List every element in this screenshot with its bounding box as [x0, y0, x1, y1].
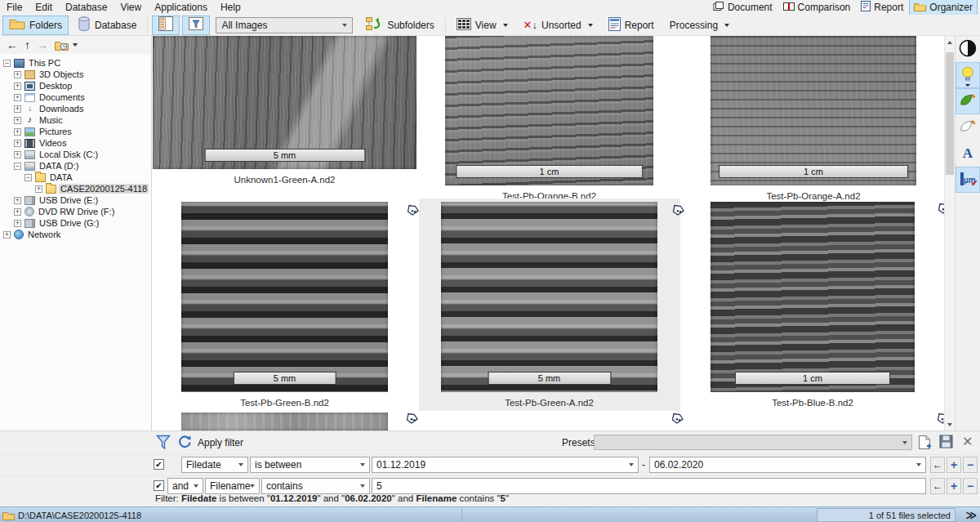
- expand-icon[interactable]: +: [14, 105, 21, 113]
- tree-item[interactable]: +USB Drive (G:): [0, 217, 151, 229]
- delete-preset-button[interactable]: ✕: [962, 434, 973, 449]
- back-button[interactable]: ←: [7, 39, 18, 51]
- up-button[interactable]: ↑: [24, 39, 30, 51]
- calibration-button[interactable]: µm ✔: [956, 167, 980, 193]
- expand-icon[interactable]: +: [14, 151, 21, 158]
- thumbnail-image[interactable]: 5 mm: [441, 202, 657, 392]
- scroll-up-button[interactable]: [945, 36, 955, 48]
- tree-item[interactable]: +DVD RW Drive (F:): [0, 206, 151, 217]
- presets-select[interactable]: [594, 435, 912, 450]
- operator-select[interactable]: contains: [261, 478, 370, 494]
- thumbnail-image[interactable]: 1 cm: [710, 202, 915, 392]
- expand-icon[interactable]: +: [14, 71, 21, 78]
- tree-item[interactable]: −DATA: [0, 172, 151, 183]
- conjunction-select[interactable]: and: [167, 478, 203, 494]
- document-mode-button[interactable]: Document: [708, 0, 777, 16]
- thumbnail-image-partial[interactable]: [181, 413, 388, 431]
- tree-item[interactable]: +Network: [0, 229, 151, 240]
- apply-filter-label[interactable]: Apply filter: [198, 437, 243, 448]
- expand-icon[interactable]: +: [14, 197, 21, 204]
- expand-icon[interactable]: +: [14, 117, 21, 124]
- date-to-input[interactable]: 06.02.2020: [649, 457, 926, 473]
- menu-item-edit[interactable]: Edit: [29, 1, 59, 14]
- illumination-button[interactable]: [956, 62, 980, 88]
- filter-row-checkbox[interactable]: ✔: [154, 459, 164, 470]
- thumbnail-image[interactable]: 1 cm: [710, 36, 916, 185]
- database-button[interactable]: Database: [71, 16, 143, 35]
- menu-item-view[interactable]: View: [114, 1, 148, 14]
- scroll-down-button[interactable]: [945, 418, 955, 431]
- loupe-icon[interactable]: [406, 204, 420, 216]
- organizer-mode-button[interactable]: Organizer: [909, 0, 978, 16]
- vertical-scrollbar[interactable]: [944, 36, 955, 431]
- report-mode-button[interactable]: Report: [856, 0, 908, 16]
- tree-item[interactable]: +Local Disk (C:): [0, 149, 151, 160]
- tree-item[interactable]: +Downloads: [0, 103, 151, 114]
- recent-folders-button[interactable]: [55, 40, 78, 51]
- tree-item[interactable]: +Pictures: [0, 126, 151, 137]
- tree-item[interactable]: +USB Drive (E:): [0, 194, 151, 206]
- expand-icon[interactable]: +: [14, 94, 21, 101]
- list-panel-toggle-button[interactable]: [152, 16, 180, 35]
- field-select[interactable]: Filename: [205, 478, 260, 494]
- tree-item[interactable]: −This PC: [0, 57, 151, 69]
- loupe-icon[interactable]: [936, 413, 944, 425]
- expand-icon[interactable]: +: [14, 208, 21, 216]
- expand-icon[interactable]: +: [14, 83, 21, 90]
- tree-item[interactable]: +3D Objects: [0, 69, 151, 80]
- image-scope-select[interactable]: All Images: [216, 17, 353, 33]
- thumbnail-image[interactable]: 5 mm: [181, 202, 388, 392]
- field-select[interactable]: Filedate: [181, 457, 248, 473]
- tree-item[interactable]: +Desktop: [0, 80, 151, 91]
- enhance-plain-button[interactable]: [956, 114, 980, 141]
- enhance-color-button[interactable]: [956, 88, 980, 114]
- thumbnail-image[interactable]: 5 mm: [153, 36, 416, 169]
- expand-icon[interactable]: +: [14, 220, 21, 227]
- expand-icon[interactable]: +: [14, 140, 21, 147]
- menu-item-help[interactable]: Help: [214, 1, 247, 14]
- new-preset-button[interactable]: [918, 435, 932, 453]
- processing-dropdown-button[interactable]: Processing: [663, 16, 736, 35]
- filename-input[interactable]: 5: [372, 478, 926, 494]
- filter-panel-toggle-button[interactable]: [182, 16, 210, 35]
- expand-icon[interactable]: +: [14, 128, 21, 136]
- expand-icon[interactable]: +: [35, 185, 42, 193]
- filter-row-checkbox[interactable]: ✔: [154, 480, 164, 491]
- status-expand-button[interactable]: ≫: [965, 507, 977, 522]
- tree-item[interactable]: +Documents: [0, 91, 151, 103]
- subfolders-button[interactable]: Subfolders: [359, 16, 440, 35]
- add-condition-button[interactable]: +: [947, 478, 961, 494]
- loupe-icon[interactable]: [671, 204, 685, 216]
- save-preset-button[interactable]: [939, 435, 953, 451]
- loupe-icon[interactable]: [670, 413, 684, 425]
- view-dropdown-button[interactable]: View: [450, 16, 514, 35]
- loupe-icon[interactable]: [937, 203, 944, 215]
- date-from-input[interactable]: 01.12.2019: [372, 457, 639, 473]
- expand-icon[interactable]: +: [3, 231, 11, 239]
- report-button[interactable]: Report: [602, 16, 661, 35]
- loupe-icon[interactable]: [405, 413, 419, 425]
- collapse-icon[interactable]: −: [14, 163, 21, 170]
- tree-item[interactable]: +Music: [0, 114, 151, 126]
- operator-select[interactable]: is between: [250, 457, 370, 473]
- contrast-button[interactable]: [956, 36, 980, 62]
- sort-dropdown-button[interactable]: ✕↓ Unsorted: [517, 16, 599, 35]
- move-condition-button[interactable]: ←: [930, 478, 945, 494]
- menu-item-file[interactable]: File: [0, 1, 29, 14]
- forward-button[interactable]: →: [37, 39, 48, 51]
- move-condition-button[interactable]: ←: [930, 457, 945, 473]
- collapse-icon[interactable]: −: [24, 174, 32, 181]
- thumbnail-image[interactable]: 1 cm: [445, 36, 653, 185]
- tree-item[interactable]: −DATA (D:): [0, 160, 151, 172]
- menu-item-database[interactable]: Database: [59, 1, 114, 14]
- tree-item[interactable]: +Videos: [0, 137, 151, 149]
- menu-item-applications[interactable]: Applications: [148, 1, 214, 14]
- remove-condition-button[interactable]: −: [963, 478, 978, 494]
- tree-item[interactable]: +CASE20200125-4118: [0, 183, 151, 194]
- comparison-mode-button[interactable]: Comparison: [778, 0, 856, 16]
- annotation-button[interactable]: A: [956, 141, 980, 167]
- folders-button[interactable]: Folders: [2, 16, 69, 35]
- apply-filter-button[interactable]: [177, 435, 192, 452]
- scrollbar-thumb[interactable]: [946, 52, 954, 175]
- remove-condition-button[interactable]: −: [963, 457, 978, 473]
